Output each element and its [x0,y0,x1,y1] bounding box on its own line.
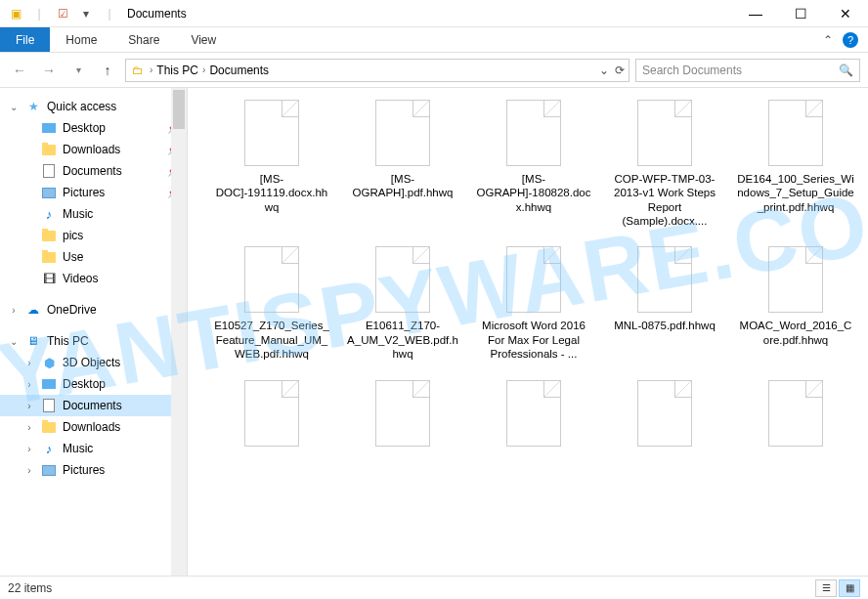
sidebar-item-label: Documents [63,399,122,412]
sidebar-onedrive[interactable]: › ☁ OneDrive [0,299,187,321]
chevron-right-icon[interactable]: › [23,401,35,411]
sidebar-scrollbar[interactable] [171,88,187,576]
chevron-right-icon[interactable]: › [150,64,152,75]
sidebar-item-3d-objects[interactable]: ›⬢3D Objects [0,352,187,373]
chevron-right-icon[interactable]: › [23,465,35,476]
refresh-icon[interactable]: ⟳ [615,64,625,77]
sidebar-item-music[interactable]: ♪Music [0,203,187,225]
file-item[interactable] [737,380,854,452]
sidebar-item-label: Downloads [63,143,120,156]
sidebar-item-music[interactable]: ›♪Music [0,438,187,459]
sidebar-item-downloads[interactable]: Downloads📌 [0,139,187,160]
up-button[interactable]: ↑ [96,59,119,82]
titlebar: ▣ | ☑ ▾ | Documents — ☐ ✕ [0,0,868,27]
computer-icon: 🖥 [25,333,41,349]
search-icon[interactable]: 🔍 [839,64,853,77]
video-icon: 🎞 [41,271,57,286]
tab-file[interactable]: File [0,27,50,52]
document-icon [41,163,57,179]
sidebar-item-pictures[interactable]: Pictures📌 [0,182,187,203]
folder-small-icon: ▣ [8,6,23,21]
help-icon[interactable]: ? [843,32,858,48]
sidebar-item-documents[interactable]: ›Documents [0,395,187,416]
qat-prop-icon[interactable]: ☑ [55,6,70,21]
sidebar: ⌄ ★ Quick access Desktop📌Downloads📌Docum… [0,88,188,576]
minimize-button[interactable]: — [733,0,778,27]
tab-view[interactable]: View [175,27,232,52]
sidebar-item-label: OneDrive [47,303,97,317]
file-thumb-icon [768,100,823,166]
chevron-right-icon[interactable]: › [23,358,35,368]
sidebar-thispc[interactable]: ⌄ 🖥 This PC [0,330,187,352]
view-details-button[interactable]: ☰ [815,579,837,597]
desktop-icon [41,120,57,136]
folder-icon [41,419,57,435]
music-icon: ♪ [41,206,57,222]
file-thumb-icon [637,380,692,447]
sidebar-item-desktop[interactable]: ›Desktop [0,373,187,395]
onedrive-icon: ☁ [25,302,41,318]
back-button[interactable]: ← [8,59,31,82]
search-input[interactable]: Search Documents 🔍 [635,59,860,82]
file-item[interactable]: [MS-DOC]-191119.docx.hhwq [213,100,330,227]
file-item[interactable]: MOAC_Word_2016_Core.pdf.hhwq [737,246,854,361]
qat-dropdown-icon[interactable]: ▾ [78,6,94,21]
statusbar: 22 items ☰ ▦ [0,576,868,599]
tab-home[interactable]: Home [50,27,112,52]
file-thumb-icon [637,100,692,166]
address-bar[interactable]: 🗀 › This PC › Documents ⌄ ⟳ [125,59,629,82]
file-item[interactable]: DE164_100_Series_Windows_7_Setup_Guide_p… [737,100,854,227]
file-item[interactable]: MNL-0875.pdf.hhwq [606,246,723,361]
picture-icon [41,185,57,200]
chevron-down-icon[interactable]: ⌄ [8,102,20,112]
view-icons-button[interactable]: ▦ [839,579,860,597]
sidebar-quickaccess[interactable]: ⌄ ★ Quick access [0,96,187,117]
file-item[interactable]: COP-WFP-TMP-03-2013-v1 Work Steps Report… [606,100,723,227]
sidebar-item-label: Desktop [63,377,106,391]
breadcrumb-root[interactable]: This PC [156,64,198,77]
file-item[interactable] [213,380,330,452]
sidebar-item-downloads[interactable]: ›Downloads [0,416,187,438]
file-item[interactable] [606,380,723,452]
sidebar-item-documents[interactable]: Documents📌 [0,160,187,182]
sidebar-item-videos[interactable]: 🎞Videos [0,268,187,289]
file-label: MOAC_Word_2016_Core.pdf.hhwq [737,319,854,347]
sidebar-item-pictures[interactable]: ›Pictures [0,459,187,481]
chevron-down-icon[interactable]: ⌄ [8,336,20,347]
chevron-right-icon[interactable]: › [8,305,20,316]
file-pane[interactable]: [MS-DOC]-191119.docx.hhwq[MS-OGRAPH].pdf… [188,88,868,576]
file-item[interactable]: Microsoft Word 2016 For Max For Legal Pr… [475,246,592,361]
chevron-right-icon[interactable]: › [202,64,205,75]
close-button[interactable]: ✕ [823,0,868,27]
tab-share[interactable]: Share [112,27,175,52]
sidebar-item-label: Desktop [63,121,106,135]
3d-icon: ⬢ [41,355,57,370]
breadcrumb-current[interactable]: Documents [209,64,269,77]
sidebar-item-label: This PC [47,334,89,348]
file-thumb-icon [768,246,823,313]
sidebar-item-use[interactable]: Use [0,246,187,268]
sidebar-item-desktop[interactable]: Desktop📌 [0,117,187,139]
file-thumb-icon [506,380,561,447]
file-item[interactable] [475,380,592,452]
file-thumb-icon [768,380,823,447]
maximize-button[interactable]: ☐ [778,0,823,27]
address-dropdown-icon[interactable]: ⌄ [599,64,609,77]
sidebar-item-pics[interactable]: pics [0,225,187,246]
chevron-right-icon[interactable]: › [23,422,35,433]
chevron-right-icon[interactable]: › [23,379,35,390]
ribbon-expand-icon[interactable]: ⌃ [823,33,833,47]
file-item[interactable]: [MS-OGRAPH].pdf.hhwq [344,100,461,227]
recent-dropdown-icon[interactable]: ▾ [66,59,90,82]
file-item[interactable]: E10527_Z170_Series_Feature_Manual_UM_WEB… [213,246,330,361]
chevron-right-icon[interactable]: › [23,444,35,454]
file-item[interactable]: [MS-OGRAPH]-180828.docx.hhwq [475,100,592,227]
forward-button[interactable]: → [37,59,61,82]
sidebar-item-label: Music [63,442,93,455]
file-thumb-icon [506,100,561,166]
folder-icon: 🗀 [130,63,146,78]
file-item[interactable]: E10611_Z170-A_UM_V2_WEB.pdf.hhwq [344,246,461,361]
file-item[interactable] [344,380,461,452]
file-thumb-icon [244,380,299,447]
sidebar-scroll-thumb[interactable] [173,90,185,129]
